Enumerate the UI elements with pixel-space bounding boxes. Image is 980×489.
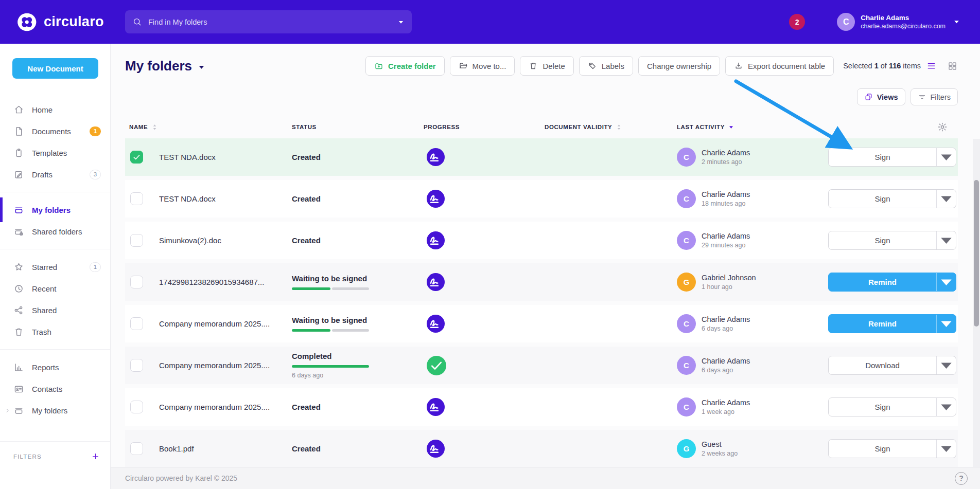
sidebar-item-shared-folders[interactable]: Shared folders (0, 221, 110, 242)
sidebar-item-documents[interactable]: Documents1 (0, 121, 110, 141)
download-button[interactable]: Download (829, 356, 936, 374)
column-header-document-validity[interactable]: DOCUMENT VALIDITY (540, 123, 673, 131)
document-name[interactable]: Company memorandum 2025.... (159, 403, 288, 411)
checkbox-cell (125, 359, 155, 372)
row-checkbox[interactable] (130, 234, 143, 247)
search-bar[interactable] (125, 10, 412, 33)
row-checkbox[interactable] (130, 401, 143, 413)
filters-button[interactable]: Filters (911, 88, 958, 105)
table-row[interactable]: TEST NDA.docxCreatedCCharlie Adams2 minu… (125, 138, 958, 176)
actor-time: 6 days ago (702, 367, 750, 374)
column-header-last-activity[interactable]: LAST ACTIVITY (673, 124, 825, 131)
sign-button[interactable]: Sign (829, 190, 936, 208)
search-scope-caret-icon[interactable] (397, 19, 405, 26)
document-name[interactable]: Company memorandum 2025.... (159, 361, 288, 370)
row-checkbox[interactable] (130, 317, 143, 330)
document-name[interactable]: Company memorandum 2025.... (159, 319, 288, 328)
grid-view-toggle-icon[interactable] (947, 61, 958, 71)
document-name[interactable]: Book1.pdf (159, 444, 288, 453)
row-checkbox[interactable] (130, 359, 143, 372)
sidebar-item-my-folders[interactable]: My folders (0, 400, 110, 421)
change-ownership-button[interactable]: Change ownership (638, 56, 720, 76)
action-dropdown-caret[interactable] (936, 440, 956, 458)
sidebar-item-label: Shared (32, 306, 57, 315)
completed-check-icon (427, 356, 446, 375)
table-row[interactable]: TEST NDA.docxCreatedCCharlie Adams18 min… (125, 180, 958, 218)
row-checkbox[interactable] (130, 192, 143, 205)
sidebar-item-drafts[interactable]: Drafts3 (0, 164, 110, 185)
notification-badge[interactable]: 2 (789, 14, 805, 30)
row-checkbox[interactable] (130, 276, 143, 288)
sign-button[interactable]: Sign (829, 440, 936, 458)
template-icon (13, 148, 24, 158)
sidebar-item-label: Contacts (32, 385, 62, 393)
move-to-button[interactable]: Move to... (450, 56, 515, 76)
status-text: Created (292, 444, 419, 453)
sidebar-item-reports[interactable]: Reports (0, 357, 110, 377)
sidebar-item-starred[interactable]: Starred1 (0, 257, 110, 277)
sign-button[interactable]: Sign (829, 148, 936, 166)
action-dropdown-caret[interactable] (936, 148, 956, 166)
sidebar-item-contacts[interactable]: Contacts (0, 378, 110, 399)
table-row[interactable]: Company memorandum 2025....Waiting to be… (125, 305, 958, 342)
document-name[interactable]: TEST NDA.docx (159, 153, 288, 161)
sign-split-button: Sign (828, 439, 956, 458)
actor-name: Gabriel Johnson (702, 274, 756, 282)
actor-avatar: C (677, 314, 696, 333)
sidebar-item-templates[interactable]: Templates (0, 142, 110, 163)
remind-button[interactable]: Remind (829, 315, 936, 333)
actor-info: Guest2 weeks ago (702, 440, 738, 457)
labels-button[interactable]: Labels (579, 56, 633, 76)
progress-bar (292, 329, 369, 332)
sign-button[interactable]: Sign (829, 231, 936, 249)
help-button[interactable]: ? (955, 472, 968, 485)
user-menu[interactable]: C Charlie Adams charlie.adams@circularo.… (837, 13, 960, 31)
table-settings-gear-icon[interactable] (937, 122, 948, 132)
action-dropdown-caret[interactable] (936, 315, 956, 333)
action-dropdown-caret[interactable] (936, 190, 956, 208)
action-dropdown-caret[interactable] (936, 231, 956, 249)
action-dropdown-caret[interactable] (936, 398, 956, 416)
document-name[interactable]: 17429981238269015934687... (159, 278, 288, 286)
actor-time: 2 weeks ago (702, 450, 738, 457)
sidebar-item-trash[interactable]: Trash (0, 321, 110, 342)
sidebar-item-shared[interactable]: Shared (0, 300, 110, 320)
row-checkbox[interactable] (130, 151, 143, 164)
search-input[interactable] (148, 18, 397, 26)
brand[interactable]: circularo (17, 12, 125, 32)
actor-avatar: C (677, 356, 696, 375)
checkbox-cell (125, 276, 155, 288)
views-button[interactable]: Views (857, 88, 905, 105)
table-row[interactable]: Company memorandum 2025....Completed6 da… (125, 347, 958, 384)
table-row[interactable]: Simunkova(2).docCreatedCCharlie Adams29 … (125, 222, 958, 259)
table-row[interactable]: 17429981238269015934687...Waiting to be … (125, 263, 958, 301)
scrollbar-thumb[interactable] (974, 180, 979, 327)
remind-button[interactable]: Remind (829, 273, 936, 291)
sorted-desc-icon (728, 124, 734, 131)
delete-button[interactable]: Delete (520, 56, 573, 76)
column-header-label: NAME (129, 124, 148, 130)
sidebar-item-my-folders[interactable]: My folders (0, 200, 110, 220)
progress-cell (419, 315, 540, 333)
list-view-toggle-icon[interactable] (926, 61, 937, 71)
document-name[interactable]: TEST NDA.docx (159, 194, 288, 203)
status-cell: Created (288, 403, 419, 411)
export-document-table-button[interactable]: Export document table (725, 56, 834, 76)
page-title[interactable]: My folders (125, 58, 206, 74)
sidebar-item-home[interactable]: Home (0, 99, 110, 120)
create-folder-button[interactable]: Create folder (365, 56, 445, 76)
document-name[interactable]: Simunkova(2).doc (159, 236, 288, 245)
column-header-name[interactable]: NAME (125, 123, 288, 131)
actor-info: Charlie Adams29 minutes ago (702, 232, 750, 249)
add-filter-icon[interactable] (91, 452, 100, 461)
footer-text: Circularo powered by Karel © 2025 (125, 474, 237, 482)
table-row[interactable]: Company memorandum 2025....CreatedCCharl… (125, 388, 958, 426)
sidebar-item-recent[interactable]: Recent (0, 278, 110, 299)
action-dropdown-caret[interactable] (936, 356, 956, 374)
action-dropdown-caret[interactable] (936, 273, 956, 291)
row-checkbox[interactable] (130, 442, 143, 455)
new-document-button[interactable]: New Document (12, 58, 98, 79)
table-row[interactable]: Book1.pdfCreatedGGuest2 weeks agoSign (125, 430, 958, 467)
toolbar-button-label: Move to... (472, 62, 506, 70)
sign-button[interactable]: Sign (829, 398, 936, 416)
